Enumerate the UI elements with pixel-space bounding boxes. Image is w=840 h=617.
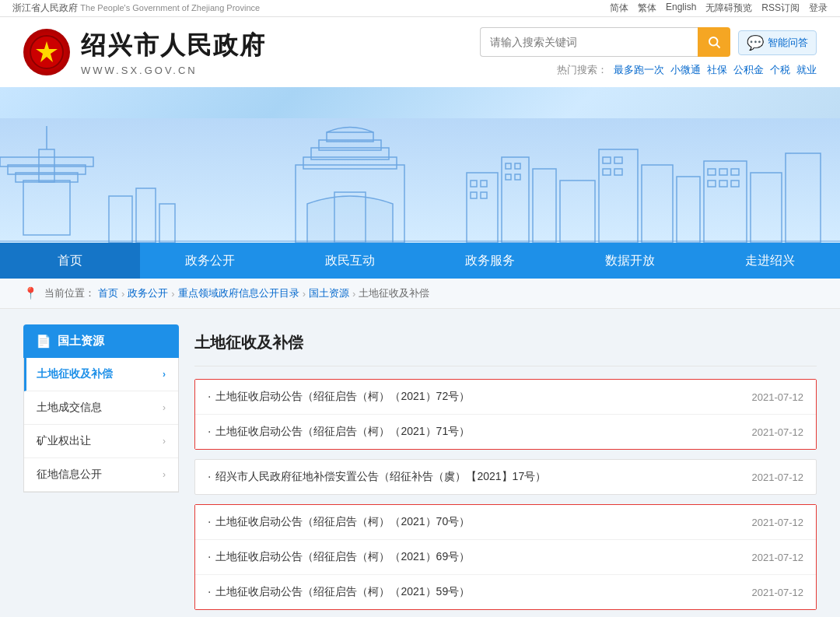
item-date-2-0: 2021-07-12	[752, 517, 804, 528]
bullet-2-2: ·	[208, 585, 211, 599]
ai-label: 智能问答	[768, 36, 808, 50]
bullet-single: ·	[208, 470, 211, 484]
hot-item-1[interactable]: 小微通	[670, 63, 701, 77]
content-area: 土地征收及补偿 · 土地征收启动公告（绍征启告（柯）（2021）72号） 202…	[194, 324, 817, 617]
province-gov-label: 浙江省人民政府 The People's Government of Zheji…	[12, 2, 260, 15]
link-english[interactable]: English	[666, 2, 696, 15]
item-title-0-1: 土地征收启动公告（绍征启告（柯）（2021）71号）	[215, 425, 470, 439]
svg-point-2	[709, 37, 718, 46]
hot-search-label: 热门搜索：	[557, 63, 607, 77]
sidebar-item-label-3: 征地信息公开	[37, 468, 102, 482]
item-date-2-2: 2021-07-12	[752, 587, 804, 598]
ai-assistant-button[interactable]: 💬 智能问答	[738, 30, 817, 55]
list-item-2-1[interactable]: · 土地征收启动公告（绍征启告（柯）（2021）69号） 2021-07-12	[195, 540, 816, 575]
header-right: 💬 智能问答 热门搜索： 最多跑一次 小微通 社保 公积金 个税 就业	[480, 27, 817, 77]
sidebar-item-征地[interactable]: 征地信息公开 ›	[24, 458, 178, 492]
site-header: 绍兴市人民政府 WWW.SX.GOV.CN 💬 智能问答 热门搜索： 最多跑一次…	[0, 17, 840, 87]
sidebar-item-征收[interactable]: 土地征收及补偿 ›	[24, 358, 178, 391]
breadcrumb-current: 土地征收及补偿	[359, 286, 429, 300]
svg-line-3	[716, 44, 719, 47]
hot-item-3[interactable]: 公积金	[733, 63, 764, 77]
chevron-icon-2: ›	[163, 436, 166, 447]
chevron-icon-3: ›	[163, 469, 166, 480]
hot-item-5[interactable]: 就业	[796, 63, 817, 77]
top-bar: 浙江省人民政府 The People's Government of Zheji…	[0, 0, 840, 17]
link-wuzhanai[interactable]: 无障碍预览	[705, 2, 752, 15]
breadcrumb: 📍 当前位置： 首页 › 政务公开 › 重点领域政府信息公开目录 › 国土资源 …	[0, 279, 840, 309]
logo-text: 绍兴市人民政府 WWW.SX.GOV.CN	[81, 29, 266, 76]
top-bar-links: 简体 繁体 English 无障碍预览 RSS订阅 登录	[610, 2, 828, 15]
main-nav: 首页 政务公开 政民互动 政务服务 数据开放 走进绍兴	[0, 243, 840, 279]
item-date-single: 2021-07-12	[752, 472, 804, 483]
link-login[interactable]: 登录	[809, 2, 828, 15]
list-item-single[interactable]: · 绍兴市人民政府征地补偿安置公告（绍征补告（虞）【2021】17号） 2021…	[194, 459, 817, 495]
logo-area: 绍兴市人民政府 WWW.SX.GOV.CN	[23, 29, 266, 76]
list-item-0-0[interactable]: · 土地征收启动公告（绍征启告（柯）（2021）72号） 2021-07-12	[195, 380, 816, 415]
bullet-0-1: ·	[208, 425, 211, 439]
sidebar: 📄 国土资源 土地征收及补偿 › 土地成交信息 › 矿业权出让 › 征地信息公开…	[23, 324, 179, 617]
breadcrumb-prefix: 当前位置：	[44, 286, 95, 300]
emblem-icon	[23, 29, 70, 75]
sidebar-item-矿业[interactable]: 矿业权出让 ›	[24, 425, 178, 458]
breadcrumb-guotu[interactable]: 国土资源	[309, 286, 349, 300]
site-url: WWW.SX.GOV.CN	[81, 65, 266, 76]
nav-item-shuju[interactable]: 数据开放	[560, 243, 700, 279]
search-box	[480, 27, 730, 57]
search-button[interactable]	[698, 27, 730, 57]
sidebar-title: 📄 国土资源	[23, 324, 179, 358]
search-and-ai: 💬 智能问答	[480, 27, 817, 57]
breadcrumb-home[interactable]: 首页	[98, 286, 118, 300]
bullet-0-0: ·	[208, 390, 211, 404]
hot-item-4[interactable]: 个税	[770, 63, 790, 77]
bullet-2-1: ·	[208, 550, 211, 564]
item-title-0-0: 土地征收启动公告（绍征启告（柯）（2021）72号）	[215, 390, 470, 404]
chevron-icon-0: ›	[163, 369, 166, 380]
location-icon: 📍	[23, 286, 38, 300]
nav-item-home[interactable]: 首页	[0, 243, 140, 279]
main-content: 📄 国土资源 土地征收及补偿 › 土地成交信息 › 矿业权出让 › 征地信息公开…	[0, 309, 840, 617]
chevron-icon-1: ›	[163, 402, 166, 413]
item-date-2-1: 2021-07-12	[752, 552, 804, 563]
link-jianti[interactable]: 简体	[610, 2, 628, 15]
nav-item-zhemin[interactable]: 政民互动	[280, 243, 420, 279]
nav-item-fuwu[interactable]: 政务服务	[420, 243, 560, 279]
content-title: 土地征收及补偿	[194, 324, 817, 366]
search-input[interactable]	[480, 27, 698, 57]
sidebar-item-label-1: 土地成交信息	[37, 401, 102, 415]
list-item-0-1[interactable]: · 土地征收启动公告（绍征启告（柯）（2021）71号） 2021-07-12	[195, 415, 816, 449]
item-title-single: 绍兴市人民政府征地补偿安置公告（绍征补告（虞）【2021】17号）	[215, 470, 546, 484]
sidebar-item-label-2: 矿业权出让	[37, 434, 91, 448]
item-date-0-0: 2021-07-12	[752, 391, 804, 403]
breadcrumb-zhengwu[interactable]: 政务公开	[128, 286, 168, 300]
hot-item-0[interactable]: 最多跑一次	[614, 63, 664, 77]
item-title-2-2: 土地征收启动公告（绍征启告（柯）（2021）59号）	[215, 585, 470, 599]
nav-item-zhengwu[interactable]: 政务公开	[140, 243, 280, 279]
list-group-0: · 土地征收启动公告（绍征启告（柯）（2021）72号） 2021-07-12 …	[194, 379, 817, 450]
nav-item-zoujin[interactable]: 走进绍兴	[700, 243, 840, 279]
sidebar-title-text: 国土资源	[58, 334, 104, 349]
hot-search-bar: 热门搜索： 最多跑一次 小微通 社保 公积金 个税 就业	[557, 63, 817, 77]
link-rss[interactable]: RSS订阅	[761, 2, 800, 15]
list-item-2-0[interactable]: · 土地征收启动公告（绍征启告（柯）（2021）70号） 2021-07-12	[195, 505, 816, 540]
sidebar-doc-icon: 📄	[36, 334, 51, 349]
bullet-2-0: ·	[208, 515, 211, 529]
site-title: 绍兴市人民政府	[81, 29, 266, 63]
breadcrumb-key-info[interactable]: 重点领域政府信息公开目录	[178, 286, 299, 300]
ai-icon: 💬	[747, 34, 764, 51]
item-title-2-0: 土地征收启动公告（绍征启告（柯）（2021）70号）	[215, 515, 470, 529]
sidebar-item-label-0: 土地征收及补偿	[37, 367, 113, 381]
item-title-2-1: 土地征收启动公告（绍征启告（柯）（2021）69号）	[215, 550, 470, 564]
list-group-2: · 土地征收启动公告（绍征启告（柯）（2021）70号） 2021-07-12 …	[194, 504, 817, 610]
sidebar-menu: 土地征收及补偿 › 土地成交信息 › 矿业权出让 › 征地信息公开 ›	[23, 358, 179, 493]
list-item-2-2[interactable]: · 土地征收启动公告（绍征启告（柯）（2021）59号） 2021-07-12	[195, 575, 816, 609]
sidebar-item-成交[interactable]: 土地成交信息 ›	[24, 391, 178, 425]
hot-item-2[interactable]: 社保	[707, 63, 727, 77]
hero-banner	[0, 87, 840, 243]
link-fanti[interactable]: 繁体	[638, 2, 656, 15]
item-date-0-1: 2021-07-12	[752, 426, 804, 438]
